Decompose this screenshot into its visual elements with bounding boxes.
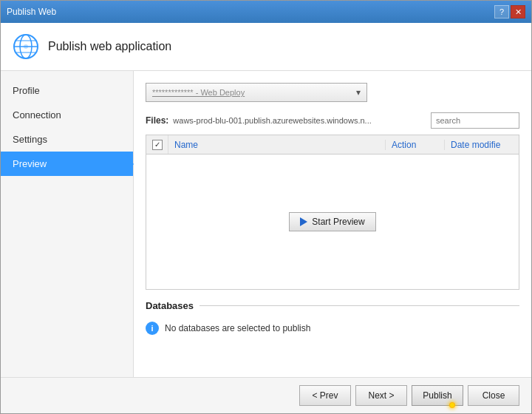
window-close-button[interactable]: ✕ xyxy=(511,5,525,18)
databases-label: Databases xyxy=(146,300,194,311)
profile-dropdown[interactable]: ************* - Web Deploy ▾ xyxy=(146,83,367,102)
header-checkbox-cell: ✓ xyxy=(146,135,168,154)
close-button[interactable]: Close xyxy=(468,385,519,406)
col-header-date: Date modifie xyxy=(445,140,519,150)
main-panel: ************* - Web Deploy ▾ Files: waws… xyxy=(134,71,531,377)
start-preview-button[interactable]: Start Preview xyxy=(289,212,375,231)
checkmark-icon: ✓ xyxy=(154,140,160,149)
globe-icon xyxy=(13,33,39,60)
table-header: ✓ Name Action Date modifie xyxy=(146,135,519,155)
publish-web-dialog: Publish Web ? ✕ Publish web application … xyxy=(0,0,532,414)
databases-section: Databases i No databases are selected to… xyxy=(146,300,519,338)
content-area: Profile Connection Settings Preview ****… xyxy=(1,71,531,377)
sidebar: Profile Connection Settings Preview xyxy=(1,71,134,377)
sidebar-item-connection[interactable]: Connection xyxy=(1,103,133,127)
dialog-header: Publish web application xyxy=(1,23,531,71)
select-all-checkbox[interactable]: ✓ xyxy=(152,140,163,150)
col-header-action[interactable]: Action xyxy=(386,140,445,150)
file-table: ✓ Name Action Date modifie Start Preview xyxy=(146,135,519,290)
publish-button[interactable]: Publish xyxy=(412,385,463,406)
profile-dropdown-text: ************* - Web Deploy xyxy=(152,88,245,97)
info-icon: i xyxy=(146,322,159,335)
dialog-heading: Publish web application xyxy=(48,40,171,53)
play-icon xyxy=(300,217,307,226)
start-preview-label: Start Preview xyxy=(312,217,364,227)
title-bar: Publish Web ? ✕ xyxy=(1,1,531,23)
dialog-title: Publish Web xyxy=(7,7,56,17)
databases-divider xyxy=(200,305,519,306)
dropdown-arrow-icon: ▾ xyxy=(356,87,361,98)
sidebar-item-preview[interactable]: Preview xyxy=(1,152,133,176)
databases-info-text: No databases are selected to publish xyxy=(165,323,310,333)
dialog-footer: < Prev Next > Publish Close xyxy=(1,377,531,413)
title-bar-buttons: ? ✕ xyxy=(494,5,525,18)
next-button[interactable]: Next > xyxy=(355,385,407,406)
sidebar-item-settings[interactable]: Settings xyxy=(1,127,133,152)
search-input[interactable] xyxy=(431,112,519,129)
databases-header: Databases xyxy=(146,300,519,311)
sidebar-item-profile[interactable]: Profile xyxy=(1,78,133,103)
files-label: Files: xyxy=(146,115,168,126)
help-button[interactable]: ? xyxy=(494,5,509,18)
files-row: Files: waws-prod-blu-001.publish.azurewe… xyxy=(146,112,519,129)
prev-button[interactable]: < Prev xyxy=(299,385,351,406)
table-body: Start Preview xyxy=(146,155,519,289)
col-header-name[interactable]: Name xyxy=(168,140,386,150)
files-path: waws-prod-blu-001.publish.azurewebsites.… xyxy=(173,116,371,125)
profile-selector: ************* - Web Deploy ▾ xyxy=(146,83,519,102)
databases-info: i No databases are selected to publish xyxy=(146,319,519,338)
svg-point-5 xyxy=(24,44,28,49)
